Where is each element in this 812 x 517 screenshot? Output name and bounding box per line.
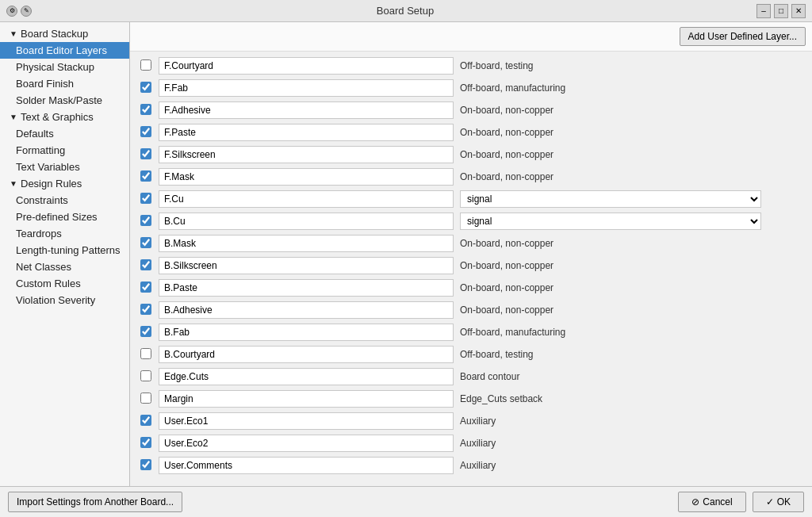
layer-type-cell: On-board, non-copper	[457, 255, 806, 277]
layer-name-cell	[155, 321, 457, 343]
sidebar-item-teardrops[interactable]: Teardrops	[0, 225, 129, 242]
layer-type-cell: Off-board, testing	[457, 55, 806, 77]
layer-name-input-user-eco2[interactable]	[159, 435, 454, 452]
layer-type-cell: Off-board, manufacturing	[457, 77, 806, 99]
sidebar-item-text-graphics[interactable]: ▼Text & Graphics	[0, 109, 129, 125]
layer-name-input-b-fab[interactable]	[159, 324, 454, 341]
layer-type-label: Board contour	[460, 371, 519, 382]
layer-name-input-f-fab[interactable]	[159, 79, 454, 97]
table-row: Off-board, testing	[136, 343, 806, 366]
layer-checkbox-b-paste[interactable]	[140, 281, 151, 293]
chevron-icon: ▼	[10, 179, 17, 188]
layer-checkbox-b-mask[interactable]	[140, 237, 151, 248]
layer-name-input-user-eco1[interactable]	[159, 412, 454, 430]
layer-name-cell	[155, 432, 457, 454]
sidebar-item-pre-defined-sizes[interactable]: Pre-defined Sizes	[0, 209, 129, 225]
close-button[interactable]: ✕	[791, 4, 806, 18]
layer-checkbox-f-mask[interactable]	[140, 170, 151, 182]
layer-checkbox-b-silkscreen[interactable]	[140, 259, 151, 270]
minimize-button[interactable]: –	[756, 4, 771, 18]
layer-name-cell	[155, 99, 457, 121]
layer-checkbox-b-courtyard[interactable]	[140, 348, 151, 359]
layer-checkbox-b-adhesive[interactable]	[140, 304, 151, 315]
app-icon: ⚙	[6, 6, 17, 17]
layer-type-label: Auxiliary	[460, 416, 496, 427]
maximize-button[interactable]: □	[774, 4, 788, 18]
checkbox-cell	[136, 232, 155, 255]
layer-name-input-edge-cuts[interactable]	[159, 368, 454, 385]
sidebar-item-defaults[interactable]: Defaults	[0, 125, 129, 142]
layer-name-input-f-courtyard[interactable]	[159, 57, 454, 75]
layer-type-cell: Off-board, testing	[457, 343, 806, 366]
sidebar-item-violation-severity[interactable]: Violation Severity	[0, 292, 129, 308]
layer-checkbox-f-fab[interactable]	[140, 82, 151, 93]
sidebar-item-physical-stackup[interactable]: Physical Stackup	[0, 59, 129, 75]
sidebar-item-label: Text Variables	[16, 161, 80, 173]
layer-checkbox-user-eco1[interactable]	[140, 415, 151, 426]
sidebar-item-solder-mask-paste[interactable]: Solder Mask/Paste	[0, 92, 129, 109]
layer-name-input-f-paste[interactable]	[159, 124, 454, 141]
layer-checkbox-user-comments[interactable]	[140, 459, 151, 470]
layer-name-input-f-adhesive[interactable]	[159, 101, 454, 119]
sidebar-item-text-variables[interactable]: Text Variables	[0, 159, 129, 175]
right-panel: Add User Defined Layer... Off-board, tes…	[130, 22, 812, 486]
layer-name-cell	[155, 410, 457, 432]
checkbox-cell	[136, 166, 155, 188]
layer-name-input-user-comments[interactable]	[159, 457, 454, 474]
layer-type-cell: Auxiliary	[457, 432, 806, 454]
layer-name-cell	[155, 299, 457, 321]
layer-type-select-b-cu[interactable]: signalpowermixedjumper	[460, 213, 761, 230]
layer-name-input-b-paste[interactable]	[159, 279, 454, 297]
import-settings-button[interactable]: Import Settings from Another Board...	[8, 492, 182, 512]
layer-type-cell: signalpowermixedjumper	[457, 210, 806, 232]
layer-name-input-b-adhesive[interactable]	[159, 301, 454, 319]
layer-checkbox-user-eco2[interactable]	[140, 437, 151, 448]
layer-name-input-b-courtyard[interactable]	[159, 346, 454, 363]
cancel-button[interactable]: ⊘ Cancel	[678, 492, 745, 512]
layer-name-input-b-cu[interactable]	[159, 213, 454, 230]
chevron-icon: ▼	[10, 29, 17, 38]
checkbox-cell	[136, 144, 155, 166]
checkbox-cell	[136, 55, 155, 77]
table-row: signalpowermixedjumper	[136, 210, 806, 232]
sidebar-item-board-stackup[interactable]: ▼Board Stackup	[0, 25, 129, 42]
layer-name-input-f-mask[interactable]	[159, 168, 454, 186]
bottom-bar: Import Settings from Another Board... ⊘ …	[0, 486, 812, 517]
sidebar-item-design-rules[interactable]: ▼Design Rules	[0, 175, 129, 192]
layer-checkbox-f-adhesive[interactable]	[140, 104, 151, 115]
layer-checkbox-f-cu[interactable]	[140, 193, 151, 204]
sidebar-item-label: Text & Graphics	[21, 111, 94, 123]
layer-checkbox-b-cu[interactable]	[140, 215, 151, 226]
layer-checkbox-f-paste[interactable]	[140, 126, 151, 137]
sidebar-item-label: Board Stackup	[21, 28, 88, 40]
layer-name-cell	[155, 388, 457, 410]
layer-name-input-f-silkscreen[interactable]	[159, 146, 454, 163]
sidebar-item-board-finish[interactable]: Board Finish	[0, 75, 129, 92]
layer-name-input-margin[interactable]	[159, 390, 454, 408]
layer-type-label: On-board, non-copper	[460, 260, 553, 271]
layer-checkbox-margin[interactable]	[140, 393, 151, 404]
sidebar-item-custom-rules[interactable]: Custom Rules	[0, 275, 129, 292]
sidebar-item-label: Length-tuning Patterns	[16, 244, 121, 256]
sidebar-item-net-classes[interactable]: Net Classes	[0, 258, 129, 275]
layer-name-input-f-cu[interactable]	[159, 190, 454, 208]
add-layer-button[interactable]: Add User Defined Layer...	[680, 27, 806, 46]
layer-checkbox-edge-cuts[interactable]	[140, 370, 151, 381]
layer-name-input-b-mask[interactable]	[159, 235, 454, 252]
sidebar-item-label: Board Editor Layers	[16, 44, 107, 56]
sidebar-item-length-tuning[interactable]: Length-tuning Patterns	[0, 242, 129, 258]
sidebar-item-board-editor-layers[interactable]: Board Editor Layers	[0, 42, 129, 59]
layer-checkbox-b-fab[interactable]	[140, 326, 151, 337]
sidebar-item-constraints[interactable]: Constraints	[0, 192, 129, 209]
layer-name-input-b-silkscreen[interactable]	[159, 257, 454, 274]
layer-name-cell	[155, 454, 457, 477]
layer-name-cell	[155, 210, 457, 232]
layer-type-select-f-cu[interactable]: signalpowermixedjumper	[460, 190, 761, 208]
layer-checkbox-f-silkscreen[interactable]	[140, 148, 151, 159]
ok-button[interactable]: ✓ OK	[753, 492, 804, 512]
sidebar-item-formatting[interactable]: Formatting	[0, 142, 129, 159]
table-row: On-board, non-copper	[136, 277, 806, 299]
layer-type-cell: Edge_Cuts setback	[457, 388, 806, 410]
layer-checkbox-f-courtyard[interactable]	[140, 59, 151, 71]
checkbox-cell	[136, 366, 155, 388]
